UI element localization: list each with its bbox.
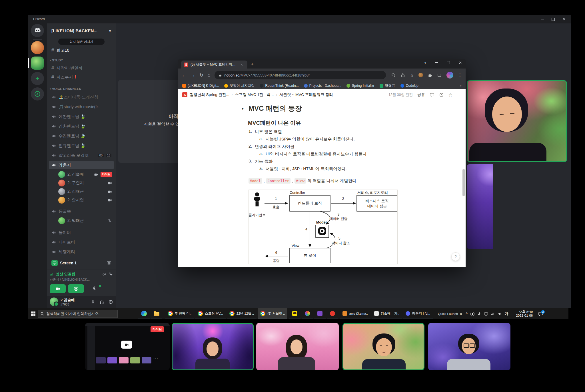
voice-channel[interactable]: 🎵study with music(fr.. [49,102,114,111]
explore-servers-button[interactable] [31,87,44,100]
voice-channel[interactable]: 예찬멘토님 🍃 [49,112,114,121]
toggle-caret-icon[interactable]: ▾ [242,106,244,111]
bookmark[interactable]: [LIKELION] K-Digit... [182,84,219,88]
voice-channel[interactable]: 수진멘토님 🍃 [49,132,114,140]
taskbar-kakaotalk[interactable] [289,308,300,319]
voice-channel[interactable]: 현규멘토님 🍃 [49,141,114,150]
ime-indicator[interactable]: 가 [504,311,508,316]
server-avatar-selected[interactable] [31,57,44,70]
voice-user[interactable]: 2. 안지영 [57,196,114,204]
webcam-tile[interactable] [172,323,254,370]
taskbar-chrome-window[interactable]: 22년 12월 .. [227,308,257,319]
minimize-icon[interactable] [435,62,438,63]
voice-channel[interactable]: 🏝️스터디룸-노래신청 [49,93,114,101]
taskbar-red-app[interactable] [327,308,338,319]
server-header[interactable]: [LIKELION] BACKEN... ∨ [47,23,116,38]
page-menu-icon[interactable]: ⋯ [457,92,462,98]
screen-share-item[interactable]: Screen 1 [49,258,114,268]
bookmark[interactable]: ReadnThink (Readn... [260,84,298,88]
action-center-button[interactable]: 2 [536,311,545,316]
taskbar-chrome-window[interactable]: 두 번째 미.. [165,308,194,319]
side-panel-icon[interactable] [437,73,442,78]
webcam-tile-partial[interactable] [467,164,493,249]
favorite-star-icon[interactable]: ☆ [448,92,452,98]
updates-clock-icon[interactable] [439,93,444,97]
breadcrumb-item[interactable]: 스프링 MVC 1편 - 백... [235,92,274,97]
voice-channel[interactable]: 동굴속 [49,207,114,216]
discord-home-button[interactable] [31,24,44,37]
tray-volume-icon[interactable] [498,312,502,316]
category-voice-channels[interactable]: ▾ VOICE CHANNELS [50,86,116,92]
tray-circle-icon[interactable] [470,312,474,316]
new-tab-icon[interactable]: + [251,61,254,67]
refresh-icon[interactable]: ↻ [199,73,203,78]
address-bar[interactable]: notion.so/MVC-77655553-4074ff4890cc144f1… [215,71,386,79]
server-avatar[interactable] [31,41,44,54]
voice-user[interactable]: 2. 박태근 [57,217,114,225]
help-button[interactable]: ? [451,252,460,261]
avatar[interactable] [50,297,58,306]
webcam-tile[interactable] [428,323,510,370]
noise-suppression-icon[interactable] [102,272,107,276]
breadcrumb-item[interactable]: 김영한의 Spring 완전... [190,92,229,97]
headphones-icon[interactable] [99,299,104,304]
tray-display-icon[interactable] [484,312,488,316]
voice-channel[interactable]: 알고리즘 모각코 00 16 [49,151,114,160]
voice-channel-lounge[interactable]: 라운지 [49,161,114,169]
taskbar-edge[interactable] [138,308,150,319]
tray-mic-icon[interactable] [477,312,481,316]
text-channel[interactable]: # 시작이-반일까 [49,64,114,72]
taskbar-chrome-window[interactable]: 스프링 MV... [195,308,225,319]
voice-user[interactable]: 2. 김재근 [57,188,114,196]
text-channel[interactable]: # 파스쿠시❗ [49,73,114,81]
tray-chevron-icon[interactable]: ^ [466,312,468,316]
voice-channel[interactable]: 놀이터 [49,228,114,237]
voice-user[interactable]: 2. 구연지 [57,179,114,187]
search-icon[interactable] [391,73,396,78]
screen-share-button[interactable] [68,284,84,293]
taskbar-app[interactable]: 김솔배 – 가.. [372,308,402,319]
taskbar-discord-window[interactable]: 라운지 | [LI.. [403,308,433,319]
cookie-extension-icon[interactable] [418,73,423,77]
minimize-icon[interactable] [541,19,544,19]
profile-avatar[interactable] [446,72,453,79]
extensions-puzzle-icon[interactable] [428,73,432,78]
activities-button[interactable] [91,286,97,292]
home-icon[interactable]: ⌂ [207,73,210,78]
close-icon[interactable] [458,61,462,65]
share-button[interactable]: 공유 [417,92,425,97]
unread-messages-pill[interactable]: 읽지 않은 메시지 [58,39,105,45]
share-icon[interactable] [400,73,405,78]
bookmark[interactable]: 멋쟁이 사자처럼 [224,83,255,88]
browser-menu-icon[interactable]: ⋮ [458,73,462,78]
forward-icon[interactable]: → [191,73,195,78]
bookmark[interactable]: Spring Initializr [346,84,374,88]
voice-channel[interactable]: 경환멘토님 🍃 [49,122,114,130]
text-channel-회고10[interactable]: # 회고10 [49,46,114,55]
start-button[interactable] [31,311,35,316]
bookmark[interactable]: Projects · Dashboa... [304,84,341,88]
taskbar-clock[interactable]: 오후 8:49 2023-01-06 [511,310,533,317]
disconnect-icon[interactable] [109,272,113,276]
taskbar-search[interactable]: 검색하려면 여기에 입력하십시오. [38,310,118,318]
gear-icon[interactable] [108,299,113,304]
tab-close-icon[interactable] [240,63,243,66]
screenshare-preview-tile[interactable]: 라이브 ⋯ [85,323,170,370]
taskbar-chrome-window-active[interactable]: (5) 서블릿 .. [258,308,287,319]
maximize-icon[interactable] [552,18,555,21]
voice-channel[interactable]: 세렝게티 [49,248,114,256]
webcam-tile[interactable] [342,323,424,370]
voice-user[interactable]: 2. 김솔배 라이브 [57,170,114,178]
taskbar-app[interactable]: aws-t3.sma.. [340,308,370,319]
browser-tab[interactable]: S (5) 서블릿 ~ MVC 프레임워크 정 [181,61,247,69]
bookmarks-overflow-icon[interactable]: » [460,84,462,88]
bookmark[interactable]: CodeUp [400,84,418,88]
webcam-tile[interactable] [256,323,339,370]
tray-network-icon[interactable] [491,312,495,316]
bookmark[interactable]: 명렬표 [380,83,395,88]
taskbar-purple-app[interactable] [314,308,326,319]
scrollbar-thumb[interactable] [462,169,465,196]
stop-streaming-icon[interactable] [107,261,111,266]
more-icon[interactable]: ⋯ [153,355,158,361]
taskbar-paint-app[interactable] [302,308,313,319]
